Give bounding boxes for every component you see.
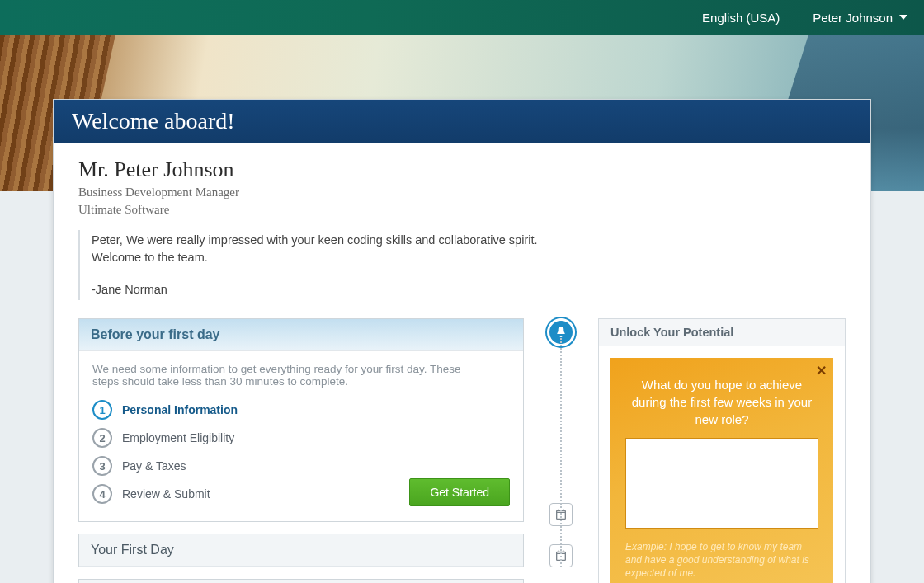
step-employment-eligibility[interactable]: 2 Employment Eligibility <box>92 424 510 452</box>
welcome-signature: -Jane Norman <box>92 281 590 299</box>
timeline <box>547 318 575 567</box>
top-bar: English (USA) Peter Johnson <box>0 0 924 35</box>
step-label: Personal Information <box>122 403 238 416</box>
step-number-icon: 2 <box>92 428 112 448</box>
employee-name: Mr. Peter Johnson <box>78 158 846 182</box>
section-before-first-day-header[interactable]: Before your first day <box>79 319 523 351</box>
goal-example: Example: I hope to get to know my team a… <box>625 540 818 581</box>
user-menu[interactable]: Peter Johnson <box>813 11 908 25</box>
employee-header: Mr. Peter Johnson Business Development M… <box>78 158 846 217</box>
user-name: Peter Johnson <box>813 11 893 25</box>
employee-company: Ultimate Software <box>78 203 846 217</box>
welcome-message-line2: Welcome to the team. <box>92 249 590 266</box>
goal-textarea[interactable] <box>625 438 818 529</box>
step-number-icon: 3 <box>92 456 112 476</box>
welcome-card: Welcome aboard! Mr. Peter Johnson Busine… <box>53 99 871 583</box>
welcome-message-line1: Peter, We were really impressed with you… <box>92 232 590 249</box>
step-pay-taxes[interactable]: 3 Pay & Taxes <box>92 452 510 480</box>
step-personal-information[interactable]: 1 Personal Information <box>92 396 510 424</box>
language-selector[interactable]: English (USA) <box>702 11 780 25</box>
section-orientation: Orientation <box>78 579 524 583</box>
language-label: English (USA) <box>702 11 780 25</box>
chevron-down-icon <box>899 15 908 20</box>
close-icon[interactable]: ✕ <box>816 363 827 378</box>
get-started-button[interactable]: Get Started <box>409 478 510 506</box>
step-label: Employment Eligibility <box>122 431 234 444</box>
welcome-message: Peter, We were really impressed with you… <box>78 230 590 300</box>
unlock-potential-panel: Unlock Your Potential ✕ What do you hope… <box>598 318 846 583</box>
onboarding-column: Before your first day We need some infor… <box>78 318 524 583</box>
section-before-first-day: Before your first day We need some infor… <box>78 318 524 522</box>
section-your-first-day: Your First Day <box>78 534 524 567</box>
section-orientation-header[interactable]: Orientation <box>79 580 523 583</box>
step-number-icon: 4 <box>92 484 112 504</box>
unlock-potential-header: Unlock Your Potential <box>598 318 846 346</box>
section-your-first-day-header[interactable]: Your First Day <box>79 534 523 567</box>
goal-card: ✕ What do you hope to achieve during the… <box>610 358 833 583</box>
section-before-first-day-desc: We need some information to get everythi… <box>92 363 488 388</box>
step-number-icon: 1 <box>92 400 112 420</box>
step-label: Review & Submit <box>122 487 210 501</box>
goal-question: What do you hope to achieve during the f… <box>625 376 818 428</box>
employee-role: Business Development Manager <box>78 186 846 200</box>
step-label: Pay & Taxes <box>122 459 186 473</box>
welcome-title: Welcome aboard! <box>54 100 870 143</box>
